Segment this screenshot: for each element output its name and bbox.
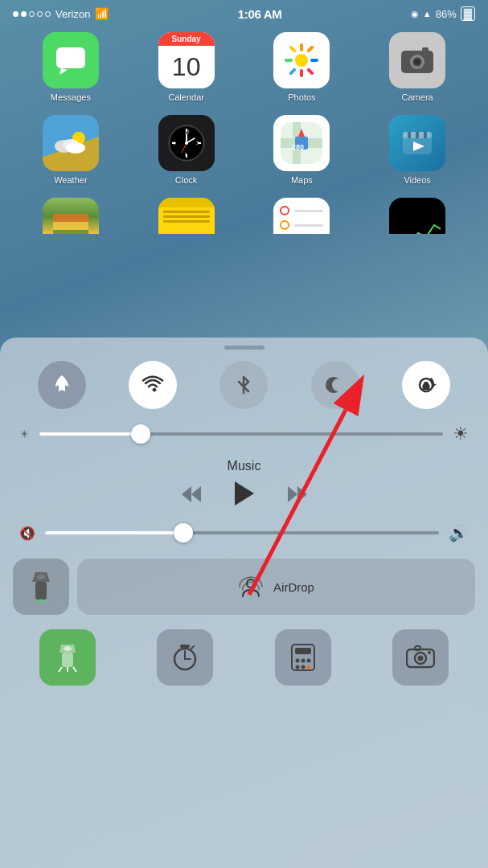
clock-icon: 12 3 6 9 (166, 122, 207, 164)
partial-notes (132, 198, 241, 234)
svg-marker-58 (297, 486, 307, 502)
svg-rect-67 (62, 653, 73, 667)
volume-min-icon: 🔇 (19, 526, 35, 541)
clock-label: Clock (175, 175, 198, 185)
bluetooth-toggle[interactable] (219, 361, 268, 409)
svg-rect-47 (53, 222, 88, 230)
svg-rect-6 (310, 59, 318, 62)
rewind-button[interactable] (178, 483, 204, 510)
moon-icon (324, 374, 347, 396)
app-videos[interactable]: Videos (363, 115, 472, 185)
timer-icon (170, 643, 199, 672)
signal-strength (13, 11, 51, 17)
camera-shortcut[interactable] (392, 629, 449, 686)
svg-point-14 (414, 59, 420, 65)
messages-icon (53, 43, 88, 78)
fastforward-button[interactable] (285, 483, 310, 510)
rotation-toggle[interactable] (402, 361, 450, 409)
svg-line-62 (35, 600, 41, 603)
svg-line-76 (191, 646, 194, 649)
camera-label: Camera (402, 92, 433, 102)
brightness-min-icon: ☀ (19, 428, 30, 440)
svg-marker-55 (191, 486, 201, 502)
brightness-thumb (131, 424, 150, 444)
calculator-shortcut[interactable] (275, 629, 331, 686)
svg-text:9: 9 (174, 141, 176, 145)
svg-rect-78 (295, 648, 311, 654)
photos-label: Photos (288, 92, 315, 102)
calendar-date: 10 (172, 46, 201, 88)
status-left: Verizon 📶 (13, 7, 109, 20)
svg-marker-54 (182, 486, 191, 502)
wallet-icon (53, 214, 88, 234)
svg-point-84 (306, 665, 310, 669)
flashlight-button[interactable] (13, 559, 69, 615)
videos-label: Videos (404, 175, 430, 185)
rotation-lock-icon (415, 374, 437, 396)
svg-point-89 (428, 651, 431, 654)
svg-rect-5 (285, 59, 293, 62)
svg-rect-43 (416, 132, 419, 138)
svg-rect-44 (424, 132, 427, 138)
svg-marker-57 (288, 486, 297, 502)
torch-icon (56, 643, 79, 672)
home-screen: Messages Sunday 10 Calendar (0, 24, 488, 242)
messages-label: Messages (51, 92, 91, 102)
arrow-icon: ▲ (423, 9, 432, 18)
svg-rect-53 (423, 384, 430, 390)
airplane-toggle[interactable] (38, 361, 86, 409)
brightness-track[interactable] (39, 432, 443, 436)
play-icon (233, 481, 256, 506)
status-bar: Verizon 📶 1:06 AM ◉ ▲ 86% ▓ (0, 0, 488, 24)
svg-rect-46 (53, 214, 88, 222)
signal-dot-3 (29, 11, 35, 17)
control-center: ☀ ☀ Music (0, 338, 488, 868)
app-camera[interactable]: Camera (363, 32, 472, 102)
battery-icon: ▓ (461, 6, 475, 21)
app-photos[interactable]: Photos (248, 32, 357, 102)
svg-rect-88 (415, 646, 420, 650)
bluetooth-icon (232, 374, 255, 396)
timer-shortcut[interactable] (157, 629, 213, 686)
maps-icon: 280 (281, 122, 322, 164)
flashlight-icon (27, 571, 55, 603)
svg-point-2 (295, 54, 308, 67)
app-calendar[interactable]: Sunday 10 Calendar (132, 32, 241, 102)
svg-line-71 (73, 667, 76, 672)
svg-rect-42 (408, 132, 411, 138)
status-right: ◉ ▲ 86% ▓ (411, 6, 475, 21)
wifi-toggle[interactable] (129, 361, 177, 409)
play-button[interactable] (233, 481, 256, 510)
cc-handle (0, 338, 488, 356)
svg-rect-10 (306, 68, 314, 76)
weather-label: Weather (54, 175, 87, 185)
photos-icon (281, 40, 322, 80)
airplane-icon (51, 374, 73, 396)
donotdisturb-toggle[interactable] (311, 361, 359, 409)
volume-track[interactable] (45, 531, 439, 534)
app-messages[interactable]: Messages (16, 32, 125, 102)
app-clock[interactable]: 12 3 6 9 Clock (132, 115, 241, 185)
partial-app-row (16, 198, 472, 234)
airdrop-button[interactable]: AirDrop (77, 559, 475, 615)
svg-rect-0 (56, 47, 85, 68)
camera-shortcut-icon (406, 645, 435, 670)
stocks-chart (394, 217, 441, 234)
svg-point-81 (306, 659, 310, 663)
svg-point-19 (66, 142, 85, 154)
partial-wallet (16, 198, 125, 234)
app-grid-row1: Messages Sunday 10 Calendar (16, 32, 472, 185)
app-maps[interactable]: 280 Maps (248, 115, 357, 185)
svg-rect-3 (300, 43, 303, 51)
airdrop-icon (238, 574, 264, 600)
brightness-slider-section: ☀ ☀ (0, 420, 488, 452)
status-time: 1:06 AM (238, 7, 282, 21)
app-weather[interactable]: Weather (16, 115, 125, 185)
svg-rect-75 (180, 645, 190, 648)
svg-point-68 (64, 646, 72, 651)
svg-point-79 (295, 659, 299, 663)
flashlight-shortcut[interactable] (39, 629, 96, 686)
music-section: Music (0, 452, 488, 523)
svg-rect-4 (300, 69, 303, 77)
svg-line-64 (41, 600, 47, 603)
